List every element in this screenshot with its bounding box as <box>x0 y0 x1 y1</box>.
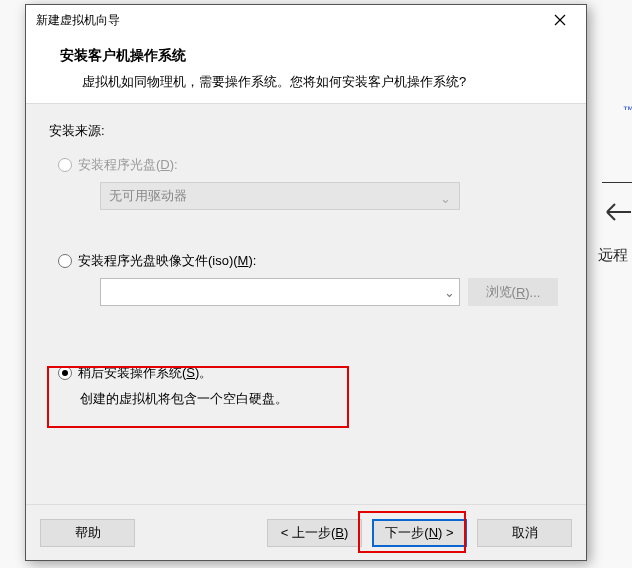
radio-icon <box>58 158 72 172</box>
radio-disc-label: 安装程序光盘(D): <box>78 156 178 174</box>
next-button[interactable]: 下一步(N) > <box>372 519 467 547</box>
page-subtitle: 虚拟机如同物理机，需要操作系统。您将如何安装客户机操作系统? <box>60 73 568 91</box>
close-icon <box>554 14 566 26</box>
cancel-button[interactable]: 取消 <box>477 519 572 547</box>
drive-combo: 无可用驱动器 ⌄ <box>100 182 460 210</box>
chevron-down-icon: ⌄ <box>440 191 451 206</box>
radio-install-later[interactable]: 稍后安装操作系统(S)。 <box>58 364 566 382</box>
later-description: 创建的虚拟机将包含一个空白硬盘。 <box>80 390 566 408</box>
option-later-group: 稍后安装操作系统(S)。 创建的虚拟机将包含一个空白硬盘。 <box>46 364 566 408</box>
install-source-label: 安装来源: <box>49 122 566 140</box>
chevron-down-icon: ⌄ <box>444 285 455 300</box>
option-disc-group: 安装程序光盘(D): 无可用驱动器 ⌄ <box>46 156 566 210</box>
wizard-content: 安装来源: 安装程序光盘(D): 无可用驱动器 ⌄ 安装程序光盘映像文件(iso… <box>26 104 586 504</box>
background-arrow-icon <box>604 200 632 224</box>
help-button[interactable]: 帮助 <box>40 519 135 547</box>
back-button[interactable]: < 上一步(B) <box>267 519 362 547</box>
titlebar: 新建虚拟机向导 <box>26 5 586 35</box>
drive-combo-placeholder: 无可用驱动器 <box>109 187 187 205</box>
button-bar: 帮助 < 上一步(B) 下一步(N) > 取消 <box>26 504 586 560</box>
radio-install-disc: 安装程序光盘(D): <box>58 156 566 174</box>
browse-button: 浏览(R)... <box>468 278 558 306</box>
iso-path-input[interactable]: ⌄ <box>100 278 460 306</box>
background-line <box>602 182 632 183</box>
radio-icon <box>58 254 72 268</box>
iso-row: ⌄ 浏览(R)... <box>100 278 566 306</box>
radio-icon <box>58 366 72 380</box>
wizard-header: 安装客户机操作系统 虚拟机如同物理机，需要操作系统。您将如何安装客户机操作系统? <box>26 35 586 104</box>
window-title: 新建虚拟机向导 <box>36 12 540 29</box>
background-trademark: ™ <box>623 104 632 116</box>
radio-install-iso[interactable]: 安装程序光盘映像文件(iso)(M): <box>58 252 566 270</box>
option-iso-group: 安装程序光盘映像文件(iso)(M): ⌄ 浏览(R)... <box>46 252 566 306</box>
page-title: 安装客户机操作系统 <box>60 47 568 65</box>
close-button[interactable] <box>540 6 580 34</box>
radio-later-label: 稍后安装操作系统(S)。 <box>78 364 212 382</box>
wizard-dialog: 新建虚拟机向导 安装客户机操作系统 虚拟机如同物理机，需要操作系统。您将如何安装… <box>25 4 587 561</box>
radio-iso-label: 安装程序光盘映像文件(iso)(M): <box>78 252 256 270</box>
background-remote-label: 远程 <box>598 246 628 265</box>
